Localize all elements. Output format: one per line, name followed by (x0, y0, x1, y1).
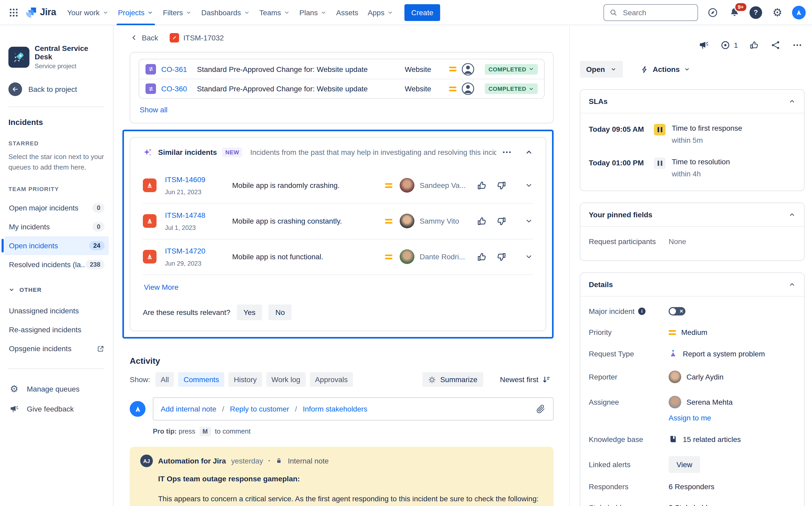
filter-history[interactable]: History (228, 372, 262, 387)
knowledge-base-field[interactable]: Knowledge base 15 related articles (589, 435, 796, 443)
table-row[interactable]: CO-360 Standard Pre-Approved Change for:… (139, 79, 544, 98)
actions-dropdown[interactable]: Actions (638, 65, 693, 74)
nav-assets[interactable]: Assets (331, 0, 363, 25)
nav-teams[interactable]: Teams (255, 0, 295, 25)
nav-plans[interactable]: Plans (295, 0, 331, 25)
manage-queues-button[interactable]: ⚙ Manage queues (4, 380, 109, 398)
attach-file-button[interactable] (536, 404, 546, 414)
create-button[interactable]: Create (404, 4, 440, 21)
expand-row-button[interactable] (525, 252, 533, 261)
like-button[interactable] (749, 40, 759, 51)
collapse-panel-button[interactable] (525, 148, 533, 156)
stakeholders-field[interactable]: Stakeholders 3 Stakeholders (589, 503, 796, 506)
similar-issue-key[interactable]: ITSM-14748 (165, 211, 205, 220)
compass-icon (707, 7, 719, 18)
search-box[interactable] (603, 4, 698, 21)
comment-timestamp[interactable]: yesterday (231, 457, 263, 465)
details-header[interactable]: Details (580, 273, 804, 297)
show-all-link[interactable]: Show all (140, 105, 167, 114)
thumbs-down-button[interactable] (496, 180, 507, 191)
back-link[interactable]: Back (130, 33, 158, 42)
priority-field[interactable]: Priority Medium (589, 328, 796, 336)
thumbs-up-button[interactable] (476, 216, 488, 227)
share-button[interactable] (770, 40, 781, 51)
view-more-link[interactable]: View More (144, 283, 178, 291)
info-icon[interactable]: i (638, 308, 646, 315)
search-input[interactable] (622, 8, 692, 17)
expand-row-button[interactable] (525, 217, 533, 225)
sidebar-section-title: Incidents (8, 117, 104, 126)
sidebar-item-unassigned-incidents[interactable]: Unassigned incidents (4, 301, 109, 320)
sidebar-item-opsgenie-incidents[interactable]: Opsgenie incidents (4, 339, 109, 358)
sort-order-button[interactable]: Newest first (497, 375, 553, 384)
linked-issue-key[interactable]: CO-361 (161, 65, 192, 73)
feedback-button[interactable] (698, 40, 709, 51)
assignee-field[interactable]: Assignee Serena Mehta (589, 396, 796, 408)
slas-card-header[interactable]: SLAs (580, 90, 804, 113)
filter-comments[interactable]: Comments (178, 372, 224, 387)
issue-action-icons: 1 (580, 40, 805, 51)
sidebar-item-reassigned-incidents[interactable]: Re-assigned incidents (4, 320, 109, 339)
request-participants-field[interactable]: Request participants None (589, 237, 796, 246)
project-header[interactable]: Central Service Desk Service project (8, 44, 104, 70)
summarize-button[interactable]: Summarize (422, 372, 483, 387)
sidebar-item-resolved-incidents[interactable]: Resolved incidents (la... 238 (4, 255, 109, 274)
nav-apps[interactable]: Apps (363, 0, 398, 25)
inform-stakeholders-link[interactable]: Inform stakeholders (303, 405, 367, 413)
linked-issue-key[interactable]: CO-360 (161, 85, 192, 93)
filter-work-log[interactable]: Work log (266, 372, 305, 387)
nav-projects[interactable]: Projects (113, 0, 158, 25)
responders-field[interactable]: Responders 6 Responders (589, 482, 796, 491)
help-icon: ? (749, 6, 762, 19)
nav-your-work[interactable]: Your work (63, 0, 114, 25)
discover-button[interactable] (706, 5, 720, 19)
status-dropdown[interactable]: Open (580, 61, 623, 78)
filter-all[interactable]: All (155, 372, 174, 387)
similar-issue-key[interactable]: ITSM-14720 (165, 247, 205, 255)
sidebar-item-open-incidents[interactable]: Open incidents 24 (4, 236, 109, 255)
more-menu-button[interactable] (502, 147, 512, 158)
comment-input[interactable]: Add internal note / Reply to customer / … (153, 397, 553, 420)
sidebar-item-open-major-incidents[interactable]: Open major incidents 0 (4, 198, 109, 217)
priority-medium-icon (385, 254, 392, 259)
reporter-field[interactable]: Reporter Carly Aydin (589, 370, 796, 383)
more-actions-button[interactable] (792, 40, 803, 51)
sidebar-item-my-incidents[interactable]: My incidents 0 (4, 217, 109, 236)
nav-dashboards[interactable]: Dashboards (197, 0, 255, 25)
request-type-field[interactable]: Request Type Report a system problem (589, 349, 796, 358)
settings-button[interactable]: ⚙ (770, 5, 784, 19)
similar-issue-key[interactable]: ITSM-14609 (165, 175, 205, 184)
app-switcher-button[interactable] (5, 4, 22, 21)
filter-approvals[interactable]: Approvals (310, 372, 353, 387)
help-button[interactable]: ? (749, 5, 763, 19)
pinned-fields-header[interactable]: Your pinned fields (580, 203, 804, 227)
nav-filters[interactable]: Filters (158, 0, 197, 25)
profile-button[interactable] (792, 5, 806, 19)
expand-row-button[interactable] (525, 181, 533, 189)
thumbs-down-button[interactable] (496, 216, 507, 227)
other-section-toggle[interactable]: OTHER (8, 286, 104, 293)
jira-logo[interactable]: Jira (23, 7, 62, 18)
relevance-no-button[interactable]: No (269, 305, 292, 320)
thumbs-down-button[interactable] (496, 251, 507, 262)
thumbs-up-button[interactable] (476, 180, 488, 191)
status-badge[interactable]: COMPLETED (485, 83, 538, 94)
notifications-button[interactable]: 9+ (727, 5, 741, 19)
assign-to-me-link[interactable]: Assign to me (669, 414, 796, 422)
reply-to-customer-link[interactable]: Reply to customer (230, 405, 289, 413)
project-type: Service project (35, 63, 104, 70)
view-alerts-button[interactable]: View (669, 456, 700, 473)
back-to-project[interactable]: Back to project (8, 82, 104, 96)
status-badge[interactable]: COMPLETED (485, 64, 538, 74)
table-row[interactable]: CO-361 Standard Pre-Approved Change for:… (139, 59, 544, 79)
add-internal-note-link[interactable]: Add internal note (161, 405, 216, 413)
issue-key-link[interactable]: ITSM-17032 (170, 33, 224, 43)
sidebar-divider (8, 368, 104, 369)
thumbs-up-button[interactable] (476, 251, 488, 262)
relevance-yes-button[interactable]: Yes (237, 305, 262, 320)
sla-paused-warning-icon (654, 124, 665, 136)
major-incident-toggle[interactable]: ✕ (669, 307, 685, 316)
watchers-button[interactable]: 1 (720, 40, 738, 51)
give-feedback-button[interactable]: Give feedback (4, 400, 109, 418)
activity-title: Activity (130, 356, 553, 366)
